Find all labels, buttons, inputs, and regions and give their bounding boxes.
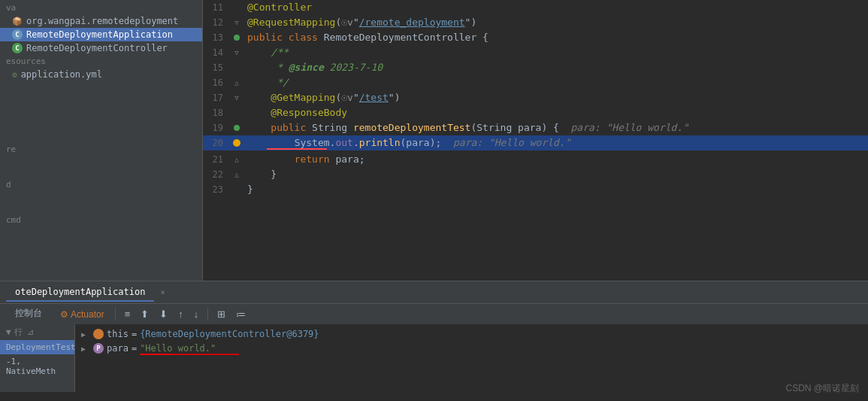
code-line-19: 19 public String remoteDeploymentTest(St…: [203, 120, 868, 135]
hint-19: para: "Hello world.": [571, 122, 689, 133]
breakpoint-20: [233, 139, 240, 147]
expand-this[interactable]: ▶: [81, 330, 90, 339]
line-num-18: 18: [203, 105, 229, 120]
var-row-this: ▶ this = {RemoteDeploymentController@637…: [81, 327, 862, 341]
sidebar-item-package[interactable]: 📦 org.wangpai.remotedeployment: [0, 14, 202, 28]
sidebar-java-section: va 📦 org.wangpai.remotedeployment C Remo…: [0, 0, 202, 83]
code-line-21: 21 △ return para;: [203, 152, 868, 167]
code-line-14: 14 ▽ /**: [203, 45, 868, 60]
gutter-12: ▽: [229, 15, 244, 30]
gutter-19: [229, 125, 244, 131]
line-num-17: 17: [203, 90, 229, 105]
bottom-tabs: oteDeploymentApplication ×: [0, 281, 868, 303]
toolbar-menu-btn[interactable]: ≡: [122, 307, 134, 321]
package-label: org.wangpai.remotedeployment: [26, 16, 178, 26]
debug-left-item-deploytest[interactable]: DeploymentTest: [0, 340, 74, 354]
line-num-11: 11: [203, 0, 229, 15]
class-icon-controller: C: [12, 43, 23, 53]
line-num-13: 13: [203, 30, 229, 45]
para-underline: [171, 354, 239, 355]
bottom-panel: oteDeploymentApplication × 控制台 ⚙ Actuato…: [0, 281, 868, 401]
line-code-17: @GetMapping(☉v"/test"): [244, 90, 868, 105]
line-num-22: 22: [203, 167, 229, 182]
var-val-this: {RemoteDeploymentController@6379}: [140, 329, 319, 339]
code-line-18: 18 @ResponseBody: [203, 105, 868, 120]
line-num-20: 20: [203, 135, 229, 150]
line-num-21: 21: [203, 152, 229, 167]
line-code-12: @RequestMapping(☉v"/remote_deployment"): [244, 15, 868, 30]
debug-left-item-native[interactable]: -1, NativeMeth: [0, 354, 74, 378]
code-line-11: 11 @Controller: [203, 0, 868, 15]
expand-para[interactable]: ▶: [81, 345, 90, 353]
fold-16[interactable]: △: [234, 75, 238, 90]
var-name-para: para: [107, 343, 129, 354]
line-num-23: 23: [203, 182, 229, 197]
line-code-23: }: [244, 182, 868, 197]
debug-vars: ▶ this = {RemoteDeploymentController@637…: [75, 324, 868, 392]
sidebar-item-application[interactable]: C RemoteDeploymentApplication: [0, 28, 202, 41]
tab-deployment-application[interactable]: oteDeploymentApplication: [6, 284, 154, 302]
line-code-16: */: [244, 75, 868, 90]
red-underline-line: [267, 148, 327, 150]
line-code-14: /**: [244, 45, 868, 60]
gutter-20: [229, 139, 244, 147]
toolbar-step-up-btn[interactable]: ↑: [175, 307, 186, 321]
debug-left-sidebar: ▼ 行 ⊿ DeploymentTest -1, NativeMeth: [0, 324, 75, 392]
var-icon-this: [93, 329, 104, 339]
gutter-13: [229, 35, 244, 41]
code-line-12: 12 ▽ @RequestMapping(☉v"/remote_deployme…: [203, 15, 868, 30]
sidebar-item-yml[interactable]: ⚙ application.yml: [0, 68, 202, 81]
toolbar-grid-btn[interactable]: ⊞: [214, 307, 228, 321]
fold-21[interactable]: △: [234, 152, 238, 167]
actuator-button[interactable]: ⚙ Actuator: [56, 308, 109, 321]
line-code-15: * @since 2023-7-10: [244, 60, 868, 75]
toolbar-console-label[interactable]: 控制台: [6, 304, 51, 324]
tab-close-button[interactable]: ×: [160, 288, 165, 296]
gutter-17: ▽: [229, 90, 244, 105]
filter-btn[interactable]: ⊿: [27, 327, 34, 337]
filter-icon: ▼: [6, 327, 11, 337]
main-container: va 📦 org.wangpai.remotedeployment C Remo…: [0, 0, 868, 401]
annotation-dot-19: [234, 125, 240, 131]
debug-left-row: ▼ 行 ⊿: [0, 324, 74, 340]
gutter-16: △: [229, 75, 244, 90]
sidebar-re-label: re: [0, 143, 202, 156]
native-label: -1, NativeMeth: [6, 357, 68, 376]
toolbar-divider-1: [115, 308, 116, 320]
line-num-15: 15: [203, 60, 229, 75]
code-line-17: 17 ▽ @GetMapping(☉v"/test"): [203, 90, 868, 105]
line-num-12: 12: [203, 15, 229, 30]
toolbar-step-down-btn[interactable]: ↓: [191, 307, 202, 321]
code-lines: 11 @Controller 12 ▽ @RequestMapping(☉v"/…: [203, 0, 868, 197]
sidebar-va-label: va: [0, 2, 202, 14]
gutter-22: △: [229, 167, 244, 182]
application-label: RemoteDeploymentApplication: [26, 29, 173, 40]
debug-panel: ▼ 行 ⊿ DeploymentTest -1, NativeMeth ▶ th…: [0, 324, 868, 392]
toolbar-align-btn[interactable]: ≔: [233, 307, 249, 321]
toolbar-down-btn[interactable]: ⬇: [156, 307, 171, 321]
line-code-13: public class RemoteDeploymentController …: [244, 30, 868, 45]
var-val-para: "Hello world.": [140, 342, 216, 354]
toolbar-up-btn[interactable]: ⬆: [138, 307, 152, 321]
var-eq-para: =: [132, 343, 137, 354]
code-editor: 11 @Controller 12 ▽ @RequestMapping(☉v"/…: [203, 0, 868, 281]
annotation-dot-13: [234, 35, 240, 41]
watermark: CSDN @暗诺星刻: [785, 382, 859, 395]
fold-22[interactable]: △: [234, 167, 238, 182]
top-area: va 📦 org.wangpai.remotedeployment C Remo…: [0, 0, 868, 281]
mapping-link-12[interactable]: /remote_deployment: [359, 17, 465, 28]
red-underline-20: [259, 148, 349, 150]
line-code-22: }: [244, 167, 868, 182]
debug-toolbar: 控制台 ⚙ Actuator ≡ ⬆ ⬇ ↑ ↓ ⊞ ≔: [0, 303, 868, 324]
package-icon: 📦: [12, 17, 23, 26]
hint-20: para: "Hello world.": [453, 137, 571, 148]
line-code-19: public String remoteDeploymentTest(Strin…: [244, 120, 868, 135]
mapping-link-17[interactable]: /test: [359, 92, 389, 103]
fold-12[interactable]: ▽: [234, 15, 238, 30]
fold-17[interactable]: ▽: [234, 90, 238, 105]
fold-14[interactable]: ▽: [234, 45, 238, 60]
line-num-19: 19: [203, 120, 229, 135]
line-code-21: return para;: [244, 152, 868, 167]
actuator-icon: ⚙: [60, 309, 68, 320]
sidebar-item-controller[interactable]: C RemoteDeploymentController: [0, 41, 202, 55]
